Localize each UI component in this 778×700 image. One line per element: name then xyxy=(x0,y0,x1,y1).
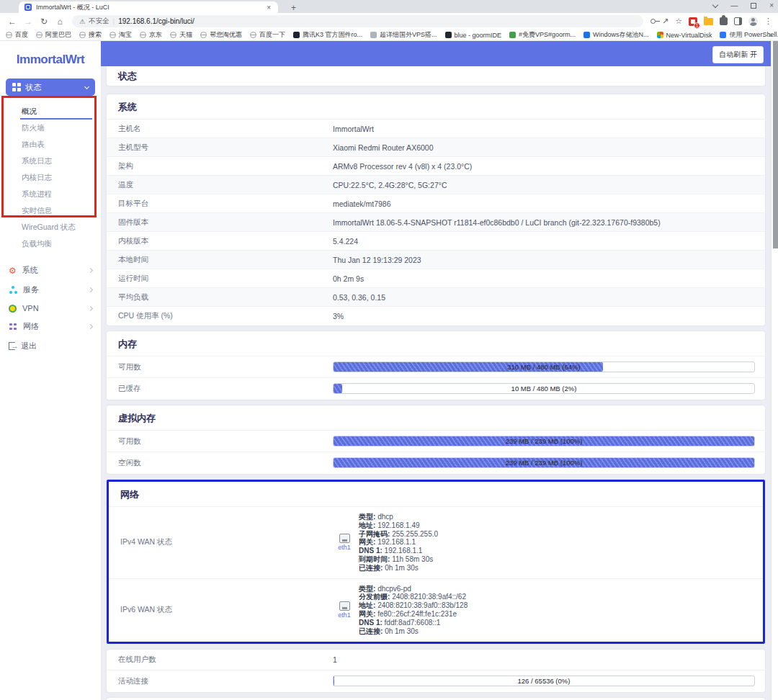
bookmark-item[interactable]: Windows存储池N... xyxy=(584,30,649,40)
interface-name: eth1 xyxy=(335,611,354,619)
profile-avatar[interactable] xyxy=(748,17,758,26)
progress-bar: 126 / 65536 (0%) xyxy=(333,676,755,686)
detail-line: 子网掩码: 255.255.255.0 xyxy=(359,530,438,539)
sidebar-menu-system[interactable]: ⚙ 系统 xyxy=(0,261,101,280)
progress-text: 239 MB / 239 MB (100%) xyxy=(334,436,754,446)
sidebar-menu-logout[interactable]: 退出 xyxy=(0,336,101,356)
detail-line: 地址: 192.168.1.49 xyxy=(359,521,438,530)
connections-section: 在线用户数 1 活动连接 126 / 65536 (0%) xyxy=(107,650,765,692)
bookmark-item[interactable]: #免费VPS#goorm... xyxy=(509,30,576,40)
new-tab-button[interactable]: + xyxy=(287,3,300,13)
grid-icon xyxy=(12,83,21,91)
address-bar[interactable]: ⚠ 不安全 | 192.168.6.1/cgi-bin/luci/ xyxy=(72,15,643,27)
globe-icon xyxy=(140,32,146,38)
sidebar-menu-vpn[interactable]: VPN xyxy=(0,300,101,317)
table-row: 活动连接 126 / 65536 (0%) xyxy=(107,670,765,691)
status-menu-label: 状态 xyxy=(26,82,42,93)
bookmark-star-icon[interactable]: ☆ xyxy=(675,17,682,26)
sidebar-item-wireguard[interactable]: WireGuard 状态 xyxy=(0,219,101,235)
extension-badge: 1 xyxy=(694,22,700,29)
bookmark-item[interactable]: 百度 xyxy=(6,30,28,40)
gear-icon: ⚙ xyxy=(9,266,17,275)
site-favicon xyxy=(370,32,377,38)
key-icon[interactable] xyxy=(650,19,656,24)
bookmark-item[interactable]: blue - goormIDE xyxy=(445,32,502,39)
auto-refresh-button[interactable]: 自动刷新 开 xyxy=(712,46,764,63)
favicon xyxy=(24,4,32,11)
ethernet-icon xyxy=(339,534,350,543)
bookmark-item[interactable]: 超详细国外VPS搭... xyxy=(370,30,437,40)
sidebar-item-routes[interactable]: 路由表 xyxy=(0,136,101,153)
detail-line: 到期时间: 11h 58m 30s xyxy=(359,555,438,564)
detail-line: 网关: fe80::26cf:24ff:fe1c:231e xyxy=(359,610,468,619)
detail-line: 分发前缀: 2408:8210:38:9af4::/62 xyxy=(359,593,468,601)
bookmark-item[interactable]: 搜索 xyxy=(79,30,102,40)
sidebar-menu-network[interactable]: 网络 xyxy=(0,317,101,336)
table-row: 空闲数 239 MB / 239 MB (100%) xyxy=(107,452,765,473)
bookmark-item[interactable]: 天猫 xyxy=(170,30,192,40)
progress-bar: 10 MB / 480 MB (2%) xyxy=(333,383,755,394)
browser-tab[interactable]: ImmortalWrt - 概况 - LuCI × xyxy=(19,1,278,13)
extension-icon-red[interactable]: 1 xyxy=(689,17,697,26)
close-button[interactable]: × xyxy=(769,1,774,9)
globe-icon xyxy=(170,32,176,38)
sidebar-item-realtime[interactable]: 实时信息 xyxy=(0,202,101,219)
section-title: 网络 xyxy=(109,482,763,506)
maximize-button[interactable] xyxy=(751,3,756,9)
bookmark-item[interactable]: 淘宝 xyxy=(109,30,132,40)
site-favicon xyxy=(445,32,452,38)
home-icon[interactable]: ⌂ xyxy=(53,17,66,27)
table-row: 可用数 239 MB / 239 MB (100%) xyxy=(107,430,765,452)
sidebar-item-load-balancing[interactable]: 负载均衡 xyxy=(0,235,101,252)
chevron-right-icon xyxy=(88,305,93,310)
bookmark-item[interactable]: 腾讯K3 官方固件ro... xyxy=(293,30,362,40)
sidebar-item-system-log[interactable]: 系统日志 xyxy=(0,153,101,169)
services-icon xyxy=(9,286,17,295)
bookmark-item[interactable]: 帮您淘优惠 xyxy=(200,30,242,40)
site-favicon xyxy=(293,32,300,38)
scrollbar-thumb[interactable] xyxy=(773,41,778,248)
sidebar-item-processes[interactable]: 系统进程 xyxy=(0,186,101,202)
table-row: 固件版本ImmortalWrt 18.06-5.4-SNAPSHOT r1181… xyxy=(107,212,765,231)
url-text[interactable]: 192.168.6.1/cgi-bin/luci/ xyxy=(118,17,194,25)
back-icon[interactable]: ← xyxy=(6,17,19,27)
browser-menu-icon[interactable]: ⋮ xyxy=(764,17,772,26)
sidebar-menu-status[interactable]: 状态 xyxy=(6,78,95,96)
table-row: 目标平台mediatek/mt7986 xyxy=(107,194,765,212)
progress-text: 126 / 65536 (0%) xyxy=(334,676,754,686)
progress-text: 310 MB / 480 MB (64%) xyxy=(334,362,754,372)
share-icon[interactable]: ↗ xyxy=(662,17,669,26)
chevron-down-icon xyxy=(84,84,89,89)
progress-bar: 239 MB / 239 MB (100%) xyxy=(333,457,755,468)
sidebar-item-kernel-log[interactable]: 内核日志 xyxy=(0,169,101,186)
memory-section: 内存 可用数 310 MB / 480 MB (64%) 已缓存 10 MB /… xyxy=(107,331,765,400)
bookmarks-overflow-icon[interactable]: » xyxy=(768,31,772,39)
bookmark-item[interactable]: 京东 xyxy=(140,30,162,40)
bookmark-item[interactable]: New-VirtualDisk xyxy=(657,32,712,39)
extensions-puzzle-icon[interactable] xyxy=(720,17,728,25)
ipv4-wan-status-row: IPv4 WAN 状态 eth1 类型: dhcp 地址: 192.168.1.… xyxy=(109,506,763,578)
scrollbar-track[interactable] xyxy=(771,41,778,700)
bookmark-item[interactable]: 百度一下 xyxy=(250,30,285,40)
sidebar-item-firewall[interactable]: 防火墙 xyxy=(0,120,101,136)
window-titlebar: ImmortalWrt - 概况 - LuCI × + — × xyxy=(0,0,778,13)
minimize-button[interactable]: — xyxy=(730,1,738,9)
security-label[interactable]: 不安全 xyxy=(89,17,109,26)
sidebar-menu-services[interactable]: 服务 xyxy=(0,280,101,300)
sidebar: ImmortalWrt 状态 概况 防火墙 路由表 系统日志 内核日志 系统进程… xyxy=(0,41,101,700)
detail-line: 已连接: 0h 1m 30s xyxy=(359,564,438,573)
table-row: 主机型号Xiaomi Redmi Router AX6000 xyxy=(107,138,765,156)
sidebar-item-overview[interactable]: 概况 xyxy=(0,103,101,120)
windows-logo-icon xyxy=(657,32,663,38)
side-panel-icon[interactable] xyxy=(734,17,742,25)
window-chevron-icon[interactable] xyxy=(712,1,718,7)
forward-icon[interactable]: → xyxy=(22,17,35,27)
table-row: 主机名ImmortalWrt xyxy=(107,119,765,138)
globe-icon xyxy=(109,32,116,38)
site-favicon xyxy=(509,32,516,38)
refresh-icon[interactable]: ↻ xyxy=(37,17,50,27)
tab-close-icon[interactable]: × xyxy=(265,4,272,12)
divider: | xyxy=(113,17,115,25)
bookmark-item[interactable]: 阿里巴巴 xyxy=(36,30,71,40)
extension-icon-folder[interactable] xyxy=(704,18,713,25)
